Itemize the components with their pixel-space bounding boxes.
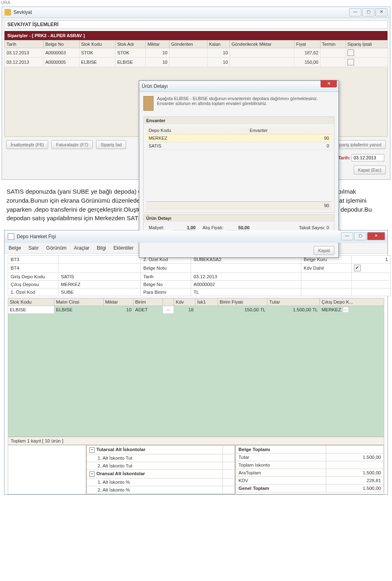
ai2-label: 2. Alt İskonto Tut (87, 462, 223, 470)
col-iptal[interactable]: Sipariş İptali (345, 40, 387, 48)
col-tutar[interactable]: Tutar (267, 298, 320, 306)
modal-titlebar: Ürün Detayı ✕ (139, 81, 339, 92)
modal-kapat-button[interactable]: Kapat (314, 246, 334, 255)
kdv-value: 228,81 (326, 477, 384, 485)
form-grid: BT3 2. Özel KodSUBEKASA2 Belge Kuru1 BT4… (8, 255, 391, 296)
giris-label: Giriş Depo Kodu (8, 273, 58, 281)
status-bar: Toplam 1 kayıt [ 10 ürün ] (8, 437, 384, 445)
app-icon (4, 9, 11, 16)
bt4-label: BT4 (8, 264, 58, 273)
detail-group-header: Ürün Detayı (144, 215, 334, 222)
col-tarih[interactable]: Tarih (5, 40, 44, 48)
col-cinsi[interactable]: Malın Cinsi (54, 298, 103, 306)
kdv-label: KDV (236, 477, 326, 485)
tutarsal-header: Tutarsal Alt İskontolar (96, 447, 145, 452)
iptal-yansit-button[interactable]: Sipariş iptallerini yansıt (331, 140, 386, 149)
col-gondmiktar[interactable]: Gönderilecek Miktar (230, 40, 294, 48)
tarih-value[interactable]: 03.12.2013 (191, 273, 301, 281)
notu-value[interactable] (191, 264, 301, 273)
maliyet-label: Maliyet: (149, 225, 173, 230)
table-row[interactable]: 03.12.2013 A0000005 ELBISE ELBISE 10 10 … (5, 58, 388, 67)
termin-input[interactable] (352, 154, 384, 161)
envanter-group-header: Envanter (144, 117, 334, 124)
geneltoplam-label: Genel Toplam (236, 485, 326, 492)
iskonto-label: Toplam Iskonto (236, 461, 326, 469)
ai1-label: 1. Alt İskonto Tut (87, 454, 223, 462)
table-row[interactable]: ELBISE ELBISE 10 ADET ··· 18 150,00 TL 1… (8, 306, 384, 314)
iptal-checkbox[interactable] (347, 49, 354, 56)
col-kalan[interactable]: Kalan (207, 40, 230, 48)
col-miktar[interactable]: Miktar (146, 40, 169, 48)
siparis-iade-button[interactable]: Sipariş İad (96, 140, 126, 149)
col-bf[interactable]: Birim Fiyatı (218, 298, 267, 306)
lookup-button[interactable]: ··· (163, 306, 174, 314)
giris-value[interactable]: SATIS (58, 273, 141, 281)
ozel1-value[interactable]: SUBE (58, 288, 141, 296)
cikis-value[interactable]: MERKEZ (58, 281, 141, 288)
grid-empty-area (8, 314, 384, 437)
oransal-header: Oransal Alt İskontolar (96, 471, 145, 476)
table-row[interactable]: 03.12.2013 A0000003 STOK STOK 10 10 187,… (5, 48, 388, 58)
col-kdv[interactable]: Kdv (174, 298, 196, 306)
irsaliyelestir-button[interactable]: İrsaliyeleştir (F6) (6, 140, 48, 149)
siparisler-grid: Tarih Belge No Stok Kodu Stok Adı Miktar… (4, 40, 388, 67)
cikis-label: Çıkış Deposu (8, 281, 58, 288)
menu-belge[interactable]: Belge (9, 245, 21, 251)
col-envanter[interactable]: Envanter (247, 127, 332, 134)
minimize-button[interactable]: — (349, 8, 361, 16)
col-cikisdepo[interactable]: Çıkış Depo K... (320, 298, 384, 306)
geneltoplam-value: 1.500,00 (326, 485, 384, 492)
lookup-button[interactable]: ··· (343, 307, 349, 313)
taksit-label: Taksit Sayısı: 0 (299, 225, 329, 230)
para-value[interactable]: TL (191, 288, 301, 296)
iptal-checkbox[interactable] (347, 59, 354, 65)
menu-gorunum[interactable]: Görünüm (46, 245, 67, 251)
col-miktar[interactable]: Miktar (103, 298, 134, 306)
kdvdahil-checkbox[interactable]: ✔ (354, 265, 361, 271)
kapat-button[interactable]: Kapat (Esc) (354, 165, 386, 174)
minimize-button[interactable]: — (341, 232, 353, 240)
col-stokkodu[interactable]: Stok Kodu (8, 298, 54, 306)
modal-close-button[interactable]: ✕ (321, 80, 337, 87)
close-button[interactable]: ✕ (367, 232, 385, 240)
maximize-button[interactable]: ▢ (354, 232, 366, 240)
faturalastir-button[interactable]: Faturalaştır (F7) (51, 140, 93, 149)
col-birim[interactable]: Birim (134, 298, 163, 306)
table-row[interactable]: MERKEZ90 (146, 134, 332, 142)
col-gonderilen[interactable]: Gönderilen (169, 40, 207, 48)
envanter-grid: Depo Kodu Envanter MERKEZ90 SATIS0 90 (146, 127, 332, 210)
col-termin[interactable]: Termin (320, 40, 345, 48)
kur-value[interactable]: 1 (351, 256, 390, 264)
menu-araclar[interactable]: Araçlar (74, 245, 89, 251)
envanter-total: 90 (247, 202, 332, 210)
depo-titlebar: Depo Hareket Fişi — ▢ ✕ (4, 230, 388, 243)
tarih-label: Tarih (140, 273, 191, 281)
aratoplam-value: 1.500,00 (326, 469, 384, 477)
depo-title: Depo Hareket Fişi (17, 234, 56, 239)
col-depokodu[interactable]: Depo Kodu (146, 127, 247, 134)
collapse-icon[interactable]: − (89, 472, 95, 477)
belgeno-value[interactable]: A0000002 (191, 281, 301, 288)
menu-eklentiler[interactable]: Eklentiler (114, 245, 134, 251)
alis-label: Alış Fiyatı: (203, 225, 227, 230)
maximize-button[interactable]: ▢ (362, 8, 374, 16)
col-stokadi[interactable]: Stok Adı (116, 40, 146, 48)
maliyet-value: 1,00 (173, 225, 196, 230)
bt3-value[interactable] (58, 256, 141, 264)
col-isk1[interactable]: İsk1 (196, 298, 218, 306)
depo-window: Depo Hareket Fişi — ▢ ✕ Belge Satır Görü… (4, 230, 388, 495)
menu-bilgi[interactable]: Bilgi (97, 245, 106, 251)
lines-grid: Stok Kodu Malın Cinsi Miktar Birim Kdv İ… (8, 298, 384, 314)
left-empty-panel (8, 445, 86, 494)
bt4-value[interactable] (58, 264, 141, 273)
col-fiyat[interactable]: Fiyat (294, 40, 320, 48)
menu-satir[interactable]: Satır (29, 245, 39, 251)
depo-app-icon (8, 233, 14, 240)
table-row[interactable]: SATIS0 (146, 142, 332, 150)
col-belge[interactable]: Belge No (43, 40, 79, 48)
close-button[interactable]: ✕ (375, 8, 388, 16)
collapse-icon[interactable]: − (89, 447, 95, 453)
col-stokkodu[interactable]: Stok Kodu (79, 40, 116, 48)
tutar-label: Tutar (236, 454, 326, 461)
belgeno-label: Belge No (140, 281, 191, 288)
